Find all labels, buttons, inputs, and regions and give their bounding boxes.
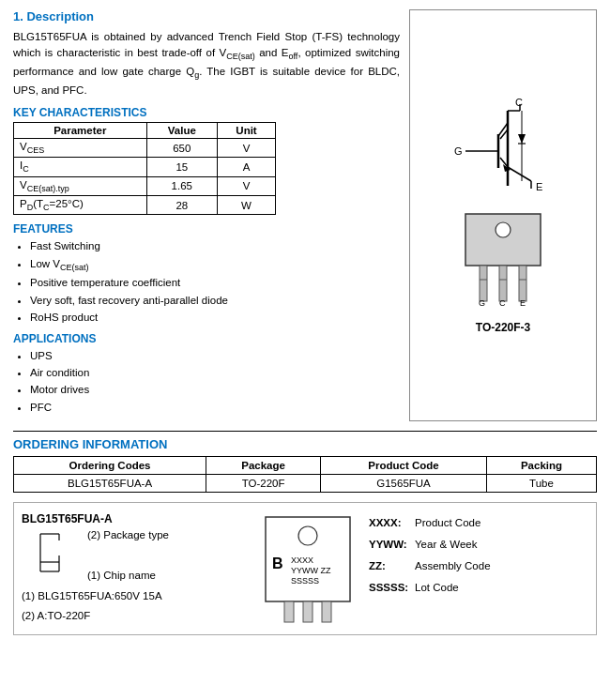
ordering-code-value: BLG15T65FUA-A — [14, 475, 206, 493]
unit-vceat: V — [218, 176, 276, 195]
description-text: BLG15T65FUA is obtained by advanced Tren… — [13, 29, 400, 99]
ordering-section: ORDERING INFORMATION Ordering Codes Pack… — [13, 437, 597, 493]
label-left: BLG15T65FUA-A (2) Package type (1) Chip … — [22, 512, 247, 625]
description-section: 1. Description BLG15T65FUA is obtained b… — [13, 9, 597, 421]
yyww-code: YYWW: — [369, 534, 411, 555]
section-title: 1. Description — [13, 9, 400, 23]
svg-text:G: G — [479, 298, 485, 308]
list-item: Motor drives — [30, 381, 400, 398]
list-item: Air condition — [30, 364, 400, 381]
svg-rect-46 — [322, 601, 331, 622]
chip-label-2: (2) A:TO-220F — [22, 606, 247, 626]
package-label: TO-220F-3 — [476, 321, 530, 334]
sssss-label: Lot Code — [415, 577, 459, 599]
param-vceat: VCE(sat).typ — [14, 176, 147, 195]
bracket-diagram: (2) Package type (1) Chip name — [22, 529, 247, 581]
zz-label: Assembly Code — [415, 555, 491, 577]
applications-list: UPS Air condition Motor drives PFC — [13, 347, 400, 417]
value-ic: 15 — [146, 158, 217, 176]
list-item: UPS — [30, 347, 400, 364]
divider-1 — [13, 431, 597, 432]
yyww-desc: YYWW: Year & Week — [369, 534, 588, 555]
ordering-table: Ordering Codes Package Product Code Pack… — [13, 456, 597, 493]
ordering-codes-header: Ordering Codes — [14, 457, 206, 475]
svg-point-39 — [298, 526, 317, 545]
svg-text:YYWW  ZZ: YYWW ZZ — [291, 566, 331, 575]
svg-rect-44 — [284, 601, 294, 622]
sssss-desc: SSSSS: Lot Code — [369, 577, 588, 599]
list-item: RoHS product — [30, 309, 400, 326]
value-vceat: 1.65 — [146, 176, 217, 195]
package-marking-diagram: B XXXX YYWW ZZ SSSSS — [256, 512, 359, 625]
chip-name-label: (1) Chip name — [87, 570, 169, 581]
bracket-labels: (2) Package type (1) Chip name — [87, 529, 169, 581]
svg-text:E: E — [536, 181, 542, 192]
xxxx-desc: XXXX: Product Code — [369, 512, 588, 534]
table-row: VCES 650 V — [14, 139, 276, 158]
product-code-value: G1565FUA — [321, 475, 487, 493]
zz-code: ZZ: — [369, 555, 411, 577]
code-descriptions: XXXX: Product Code YYWW: Year & Week ZZ:… — [369, 512, 588, 599]
param-ic: IC — [14, 158, 147, 176]
svg-text:C: C — [515, 97, 523, 108]
svg-rect-24 — [519, 266, 526, 301]
list-item: Fast Switching — [30, 237, 400, 254]
packing-value: Tube — [486, 475, 596, 493]
unit-ic: A — [218, 158, 276, 176]
list-item: Positive temperature coefficient — [30, 274, 400, 291]
unit-pd: W — [218, 195, 276, 214]
characteristics-table: Parameter Value Unit VCES 650 V IC 15 A … — [13, 122, 276, 215]
yyww-label: Year & Week — [415, 534, 477, 555]
xxxx-code: XXXX: — [369, 512, 411, 534]
applications-title: APPLICATIONS — [13, 332, 400, 345]
left-content: 1. Description BLG15T65FUA is obtained b… — [13, 9, 400, 421]
value-vces: 650 — [146, 139, 217, 158]
list-item: Low VCE(sat) — [30, 255, 400, 275]
svg-text:SSSSS: SSSSS — [291, 576, 319, 586]
label-section: BLG15T65FUA-A (2) Package type (1) Chip … — [13, 502, 597, 635]
package-drawing: G C E — [456, 209, 550, 308]
param-header: Parameter — [14, 123, 147, 139]
unit-header: Unit — [218, 123, 276, 139]
list-item: PFC — [30, 399, 400, 416]
svg-line-8 — [508, 167, 531, 181]
chip-labels: (1) BLG15T65FUA:650V 15A (2) A:TO-220F — [22, 586, 247, 625]
features-title: FEATURES — [13, 222, 400, 236]
svg-marker-16 — [518, 134, 526, 144]
table-row: VCE(sat).typ 1.65 V — [14, 176, 276, 195]
value-pd: 28 — [146, 195, 217, 214]
svg-rect-45 — [303, 601, 313, 622]
sssss-code: SSSSS: — [369, 577, 411, 599]
svg-text:E: E — [520, 298, 526, 308]
chip-label-1: (1) BLG15T65FUA:650V 15A — [22, 586, 247, 606]
xxxx-label: Product Code — [415, 512, 480, 534]
unit-vces: V — [218, 139, 276, 158]
table-row: IC 15 A — [14, 158, 276, 176]
svg-rect-23 — [499, 266, 507, 301]
svg-text:G: G — [454, 145, 463, 157]
list-item: Very soft, fast recovery anti-parallel d… — [30, 292, 400, 309]
package-header: Package — [206, 457, 321, 475]
zz-desc: ZZ: Assembly Code — [369, 555, 588, 577]
package-type-label: (2) Package type — [87, 529, 169, 540]
key-characteristics-title: KEY CHARACTERISTICS — [13, 106, 400, 119]
svg-text:XXXX: XXXX — [291, 555, 313, 565]
svg-rect-20 — [465, 214, 541, 266]
ordering-title: ORDERING INFORMATION — [13, 437, 597, 451]
svg-rect-22 — [480, 266, 487, 301]
features-list: Fast Switching Low VCE(sat) Positive tem… — [13, 237, 400, 326]
param-pd: PD(TC=25°C) — [14, 195, 147, 214]
table-row: PD(TC=25°C) 28 W — [14, 195, 276, 214]
bracket-svg — [31, 529, 87, 581]
param-vces: VCES — [14, 139, 147, 158]
value-header: Value — [146, 123, 217, 139]
product-code-header: Product Code — [321, 457, 487, 475]
packing-header: Packing — [486, 457, 596, 475]
table-row: BLG15T65FUA-A TO-220F G1565FUA Tube — [14, 475, 597, 493]
transistor-symbol: C G E — [447, 97, 559, 200]
package-value: TO-220F — [206, 475, 321, 493]
svg-text:B: B — [272, 555, 283, 571]
package-marking-svg: B XXXX YYWW ZZ SSSSS — [261, 512, 355, 625]
svg-line-11 — [498, 123, 508, 136]
part-number-label: BLG15T65FUA-A — [22, 512, 247, 525]
